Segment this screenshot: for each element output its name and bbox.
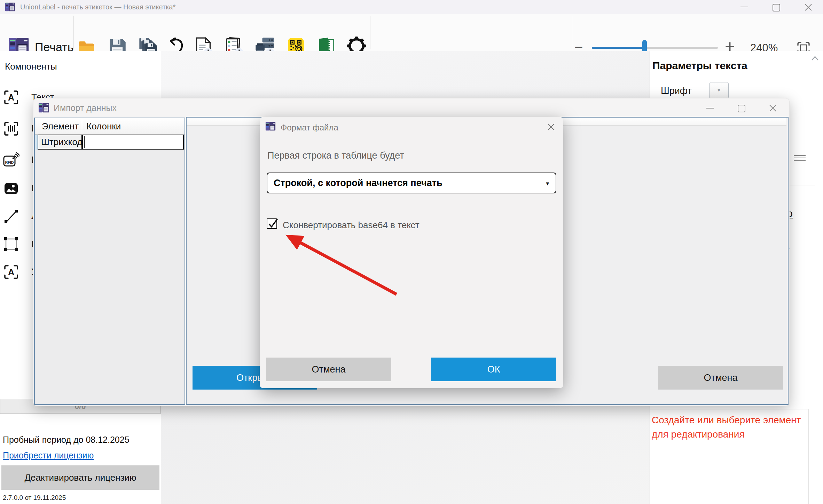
font-label: Шрифт [661, 86, 692, 96]
text-component-icon[interactable]: A [3, 90, 19, 105]
file-format-dialog: Формат файла Первая строка в таблице буд… [260, 117, 563, 388]
panel-divider [650, 409, 808, 409]
table-cell-element[interactable]: Штрихкод [38, 135, 82, 150]
align-menu-icon-line [794, 160, 806, 161]
toolbar-separator [573, 16, 573, 49]
hint-text-line2: для редактирования [652, 429, 745, 440]
column-header-element[interactable]: Элемент [42, 118, 79, 134]
text-cursor [84, 136, 85, 148]
dialog-app-icon [265, 121, 276, 131]
components-header: Компоненты [5, 61, 57, 72]
format-ok-button[interactable]: ОК [431, 358, 556, 381]
toolbar-separator [73, 16, 74, 49]
scroll-up-icon[interactable] [810, 55, 820, 62]
trial-period-text: Пробный период до 08.12.2025 [3, 435, 130, 445]
toolbar-separator [370, 16, 370, 49]
svg-text:A: A [8, 267, 14, 277]
table-cell-columns-editing[interactable] [82, 135, 184, 150]
dropdown-value: Строкой, с которой начнется печать [274, 173, 442, 193]
smart-text-component-icon[interactable]: A [3, 264, 19, 280]
import-dialog-maximize-button[interactable] [738, 105, 745, 112]
table-header-row: Элемент Колонки [35, 118, 185, 135]
format-cancel-button[interactable]: Отмена [266, 358, 391, 381]
unionlabel-app: { "window": { "title": "UnionLabel - печ… [0, 0, 823, 504]
align-menu-icon-line [794, 158, 806, 158]
main-toolbar: Печать [0, 14, 823, 51]
buy-license-link[interactable]: Приобрести лицензию [3, 450, 94, 461]
checkmark-icon [267, 216, 281, 230]
base64-checkbox-label[interactable]: Сконвертировать base64 в текст [283, 220, 420, 231]
line-component-icon[interactable] [3, 209, 19, 224]
font-combobox[interactable]: ▾ [709, 82, 729, 99]
app-logo-icon [5, 2, 15, 12]
first-row-dropdown[interactable]: Строкой, с которой начнется печать ▼ [267, 173, 556, 193]
window-titlebar: UnionLabel - печать этикеток — Новая эти… [0, 0, 823, 14]
import-dialog-minimize-button[interactable] [706, 108, 714, 109]
window-close-button[interactable] [805, 3, 812, 11]
dialog-app-icon [38, 102, 49, 113]
import-dialog-title: Импорт данных [54, 103, 117, 113]
import-cancel-button[interactable]: Отмена [658, 366, 783, 390]
hint-text-line1: Создайте или выберите элемент [652, 415, 801, 426]
base64-checkbox[interactable] [267, 218, 277, 229]
panel-title: Параметры текста [652, 60, 747, 72]
rfid-component-icon[interactable]: RFID [3, 152, 19, 168]
image-component-icon[interactable] [3, 181, 19, 196]
window-maximize-button[interactable] [773, 4, 780, 11]
import-elements-table: Элемент Колонки Штрихкод [34, 118, 185, 405]
import-dialog-close-button[interactable] [769, 104, 777, 112]
format-dialog-close-button[interactable] [547, 122, 556, 131]
window-minimize-button[interactable] [740, 7, 748, 7]
format-dialog-title: Формат файла [281, 123, 338, 133]
chevron-down-icon: ▼ [545, 181, 550, 186]
sidebar-divider [0, 79, 161, 79]
svg-text:A: A [8, 93, 14, 102]
svg-text:RFID: RFID [5, 160, 14, 165]
first-row-label: Первая строка в таблице будет [267, 150, 404, 161]
window-title: UnionLabel - печать этикеток — Новая эти… [20, 0, 175, 14]
column-header-columns[interactable]: Колонки [86, 118, 121, 134]
scrollbar-gutter [808, 409, 809, 504]
app-version: 2.7.0.0 от 19.11.2025 [3, 494, 66, 502]
barcode-component-icon[interactable] [3, 121, 19, 136]
column-divider [82, 118, 82, 134]
rectangle-component-icon[interactable] [3, 237, 19, 252]
deactivate-license-button[interactable]: Деактивировать лицензию [1, 465, 159, 490]
zoom-slider-fill [592, 47, 645, 49]
chevron-down-icon: ▾ [710, 87, 728, 93]
align-menu-icon[interactable] [794, 155, 806, 156]
